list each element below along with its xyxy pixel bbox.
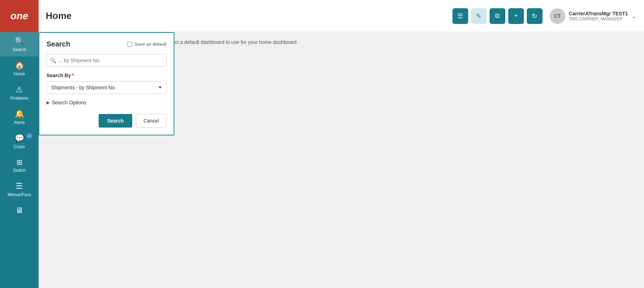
- required-star: *: [72, 73, 74, 78]
- save-default-text: Save as default: [134, 41, 167, 47]
- user-name: CarrierATransMgr TEST1: [569, 11, 628, 16]
- page-title: Home: [46, 10, 452, 21]
- main-area: Home ☰ ✎ ⧉ + ↻ CT CarrierATransMgr TEST1: [39, 0, 644, 288]
- display-icon: 🖥: [15, 206, 23, 215]
- save-default-label[interactable]: Save as default: [127, 41, 167, 47]
- search-panel-header: Search Save as default: [46, 40, 167, 48]
- search-panel-footer: Search Cancel: [46, 114, 167, 128]
- sidebar-item-alerts[interactable]: 🔔 Alerts: [0, 105, 39, 129]
- header-actions: ☰ ✎ ⧉ + ↻ CT CarrierATransMgr TEST1 TMS.…: [452, 8, 637, 24]
- sidebar-label-menus: Menus/Favs: [8, 192, 31, 197]
- chevron-right-icon: ▶: [46, 100, 50, 105]
- sidebar-item-problems[interactable]: ⚠ Problems: [0, 81, 39, 105]
- switch-icon: ⊞: [16, 158, 23, 167]
- sidebar-label-alerts: Alerts: [14, 120, 25, 125]
- user-role: TMS.CARRIER_MANAGER: [569, 16, 628, 21]
- refresh-icon: ↻: [532, 12, 537, 20]
- search-by-label: Search By*: [46, 73, 167, 78]
- search-options-label: Search Options: [52, 100, 86, 105]
- copy-button[interactable]: ⧉: [490, 8, 505, 24]
- bell-icon: 🔔: [15, 109, 24, 119]
- sidebar-item-menus[interactable]: ☰ Menus/Favs: [0, 177, 39, 202]
- chat-icon: 💬: [15, 134, 24, 143]
- refresh-button[interactable]: ↻: [527, 8, 543, 24]
- edit-button[interactable]: ✎: [471, 8, 487, 24]
- content-area: tem does not have one defined for your r…: [39, 32, 644, 288]
- sidebar-item-search[interactable]: 🔍 Search: [0, 32, 39, 56]
- search-panel-title: Search: [46, 40, 70, 48]
- sidebar-item-home[interactable]: 🏠 Home: [0, 56, 39, 81]
- plus-icon: +: [514, 12, 518, 20]
- chat-badge: 42: [26, 132, 33, 139]
- search-input-wrapper: 🔍: [46, 54, 167, 67]
- home-icon: 🏠: [15, 61, 24, 70]
- copy-icon: ⧉: [495, 12, 500, 20]
- sidebar-label-chats: Chats: [14, 144, 25, 149]
- menu-icon: ☰: [16, 182, 23, 191]
- list-view-button[interactable]: ☰: [452, 8, 468, 24]
- list-icon: ☰: [457, 12, 463, 20]
- add-button[interactable]: +: [508, 8, 524, 24]
- avatar: CT: [550, 8, 565, 24]
- chevron-down-icon[interactable]: ⌄: [631, 12, 637, 20]
- search-options-toggle[interactable]: ▶ Search Options: [46, 100, 167, 105]
- sidebar-label-search: Search: [13, 47, 26, 52]
- sidebar-label-problems: Problems: [10, 96, 29, 101]
- sidebar-label-home: Home: [14, 71, 25, 76]
- save-default-checkbox[interactable]: [127, 42, 132, 47]
- edit-icon: ✎: [476, 12, 481, 20]
- sidebar-label-switch: Switch: [13, 168, 25, 173]
- search-panel: Search Save as default 🔍 Search By* Ship…: [39, 32, 174, 135]
- header: Home ☰ ✎ ⧉ + ↻ CT CarrierATransMgr TEST1: [39, 0, 644, 32]
- user-section: CT CarrierATransMgr TEST1 TMS.CARRIER_MA…: [550, 8, 637, 24]
- sidebar-item-switch[interactable]: ⊞ Switch: [0, 154, 39, 177]
- warning-icon: ⚠: [16, 85, 23, 94]
- sidebar: one 🔍 Search 🏠 Home ⚠ Problems 🔔 Alerts …: [0, 0, 39, 288]
- search-input[interactable]: [46, 54, 167, 67]
- search-button[interactable]: Search: [99, 114, 133, 128]
- sidebar-item-chats[interactable]: 💬 Chats 42: [0, 129, 39, 154]
- user-info: CarrierATransMgr TEST1 TMS.CARRIER_MANAG…: [569, 11, 628, 21]
- search-by-select[interactable]: Shipments - by Shipment No Shipments - b…: [46, 81, 167, 94]
- cancel-button[interactable]: Cancel: [136, 114, 167, 128]
- app-logo: one: [0, 0, 39, 32]
- search-magnifier-icon: 🔍: [50, 58, 56, 63]
- sidebar-item-display[interactable]: 🖥: [0, 202, 39, 221]
- search-icon: 🔍: [15, 36, 24, 46]
- logo-text: one: [10, 10, 28, 22]
